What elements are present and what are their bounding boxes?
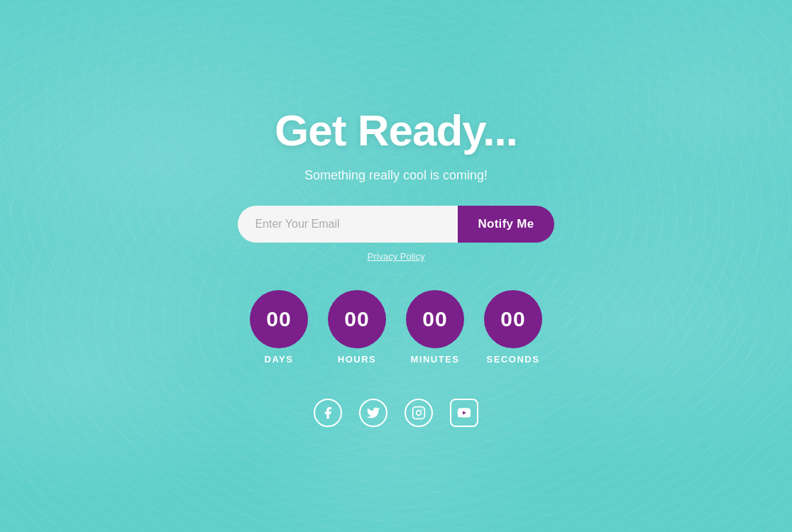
facebook-icon[interactable] [314, 399, 342, 427]
notify-me-button[interactable]: Notify Me [458, 206, 554, 243]
countdown-days-label: DAYS [265, 354, 294, 365]
main-container: Get Ready... Something really cool is co… [238, 105, 554, 427]
countdown-seconds-value: 00 [484, 290, 542, 348]
countdown-days-value: 00 [250, 290, 308, 348]
privacy-policy-link[interactable]: Privacy Policy [368, 251, 425, 262]
countdown-days: 00 DAYS [250, 290, 308, 365]
countdown-minutes-value: 00 [406, 290, 464, 348]
email-input[interactable] [238, 206, 458, 243]
headline: Get Ready... [275, 105, 517, 155]
countdown-hours-value: 00 [328, 290, 386, 348]
svg-point-1 [417, 411, 422, 416]
countdown-hours-label: HOURS [338, 354, 376, 365]
countdown-minutes: 00 MINUTES [406, 290, 464, 365]
twitter-icon[interactable] [359, 399, 387, 427]
instagram-icon[interactable] [405, 399, 433, 427]
svg-point-2 [422, 409, 423, 410]
social-links [314, 399, 478, 427]
countdown-seconds-label: SECONDS [487, 354, 540, 365]
youtube-icon[interactable] [450, 399, 478, 427]
email-form-row: Notify Me [238, 206, 554, 243]
subtitle: Something really cool is coming! [304, 168, 488, 183]
countdown-timer: 00 DAYS 00 HOURS 00 MINUTES 00 SECONDS [250, 290, 542, 365]
countdown-minutes-label: MINUTES [410, 354, 459, 365]
countdown-hours: 00 HOURS [328, 290, 386, 365]
countdown-seconds: 00 SECONDS [484, 290, 542, 365]
svg-rect-0 [413, 407, 425, 419]
